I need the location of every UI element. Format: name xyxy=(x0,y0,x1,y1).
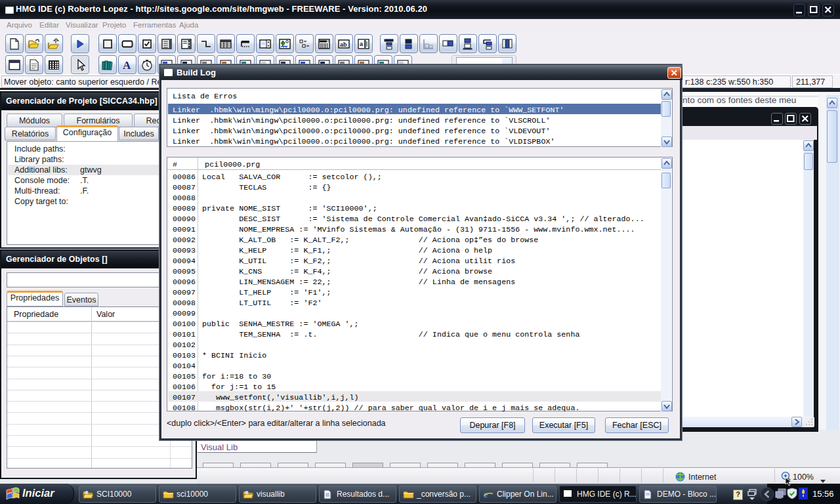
svg-text:ab: ab xyxy=(340,41,347,47)
svg-text:A: A xyxy=(123,59,131,71)
